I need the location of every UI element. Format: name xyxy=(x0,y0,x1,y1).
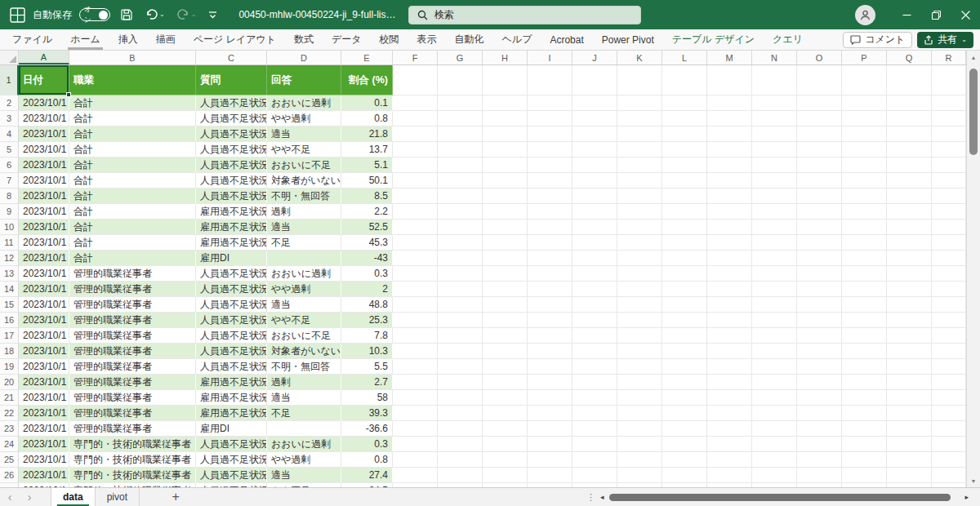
cell-D15[interactable]: 適当 xyxy=(267,297,341,313)
cell-E18[interactable]: 10.3 xyxy=(341,344,393,359)
cell-H[interactable] xyxy=(483,313,528,328)
cell-A11[interactable]: 2023/10/1 xyxy=(19,235,69,251)
cell-K[interactable] xyxy=(617,142,662,158)
column-header-F[interactable]: F xyxy=(393,51,438,64)
cell-G[interactable] xyxy=(438,421,483,437)
cell-P[interactable] xyxy=(842,483,887,487)
cell-O[interactable] xyxy=(797,235,842,251)
cell-D6[interactable]: おおいに不足 xyxy=(267,158,341,173)
cell-A17[interactable]: 2023/10/1 xyxy=(19,328,69,344)
cell-K[interactable] xyxy=(617,266,662,282)
cell-E17[interactable]: 7.8 xyxy=(341,328,393,344)
column-header-Q[interactable]: Q xyxy=(887,51,932,64)
cell-A13[interactable]: 2023/10/1 xyxy=(19,266,69,282)
cell-I[interactable] xyxy=(528,313,572,328)
cell-I[interactable] xyxy=(528,235,572,251)
cell-A23[interactable]: 2023/10/1 xyxy=(19,421,69,437)
account-avatar[interactable] xyxy=(855,5,875,25)
cell-C10[interactable]: 雇用過不足状況 xyxy=(196,220,267,235)
cell-C20[interactable]: 雇用過不足状況 xyxy=(196,375,267,390)
cell-G[interactable] xyxy=(438,406,483,421)
cell-N[interactable] xyxy=(752,297,797,313)
cell-L[interactable] xyxy=(662,375,707,390)
cell-H[interactable] xyxy=(483,282,528,297)
cell-O[interactable] xyxy=(797,158,842,173)
row-header-1[interactable]: 1 xyxy=(0,65,19,95)
cell-Q[interactable] xyxy=(887,282,932,297)
cell-P[interactable] xyxy=(842,375,887,390)
cell-L[interactable] xyxy=(662,142,707,158)
cell-N[interactable] xyxy=(752,375,797,390)
cell-P[interactable] xyxy=(842,297,887,313)
row-header-26[interactable]: 26 xyxy=(0,468,19,483)
cell-C3[interactable]: 人員過不足状況 xyxy=(196,111,267,126)
cell-Q[interactable] xyxy=(887,251,932,266)
cell-Q[interactable] xyxy=(887,468,932,483)
cell-R[interactable] xyxy=(932,421,966,437)
cell-N[interactable] xyxy=(752,406,797,421)
cell-B17[interactable]: 管理的職業従事者 xyxy=(69,328,196,344)
cell-I[interactable] xyxy=(528,483,572,487)
cell-G[interactable] xyxy=(438,220,483,235)
cell-B5[interactable]: 合計 xyxy=(69,142,196,158)
ribbon-tab-自動化[interactable]: 自動化 xyxy=(446,29,493,50)
cell-F[interactable] xyxy=(393,142,438,158)
cell-G[interactable] xyxy=(438,483,483,487)
fill-handle[interactable] xyxy=(66,92,71,97)
cell-P[interactable] xyxy=(842,142,887,158)
cell-O[interactable] xyxy=(797,328,842,344)
cell-E8[interactable]: 8.5 xyxy=(341,189,393,204)
cell-I[interactable] xyxy=(528,189,572,204)
cell-M[interactable] xyxy=(707,328,752,344)
cell-B15[interactable]: 管理的職業従事者 xyxy=(69,297,196,313)
cell-M[interactable] xyxy=(707,235,752,251)
cell-P[interactable] xyxy=(842,266,887,282)
cell-H[interactable] xyxy=(483,220,528,235)
restore-button[interactable] xyxy=(921,0,951,29)
cell-K[interactable] xyxy=(617,390,662,406)
cell-M[interactable] xyxy=(707,65,752,95)
cell-M[interactable] xyxy=(707,266,752,282)
cell-H[interactable] xyxy=(483,328,528,344)
cell-P[interactable] xyxy=(842,111,887,126)
column-header-E[interactable]: E xyxy=(341,51,393,64)
cell-O[interactable] xyxy=(797,204,842,220)
cell-P[interactable] xyxy=(842,126,887,142)
cell-J[interactable] xyxy=(572,344,617,359)
cell-E25[interactable]: 0.8 xyxy=(341,452,393,468)
cell-J[interactable] xyxy=(572,158,617,173)
column-header-O[interactable]: O xyxy=(797,51,842,64)
cell-C21[interactable]: 雇用過不足状況 xyxy=(196,390,267,406)
cell-L[interactable] xyxy=(662,359,707,375)
cell-N[interactable] xyxy=(752,158,797,173)
cell-I[interactable] xyxy=(528,297,572,313)
ribbon-tab-表示[interactable]: 表示 xyxy=(408,29,446,50)
row-header-22[interactable]: 22 xyxy=(0,406,19,421)
row-header-6[interactable]: 6 xyxy=(0,158,19,173)
cell-B12[interactable]: 合計 xyxy=(69,251,196,266)
cell-H[interactable] xyxy=(483,126,528,142)
cell-B16[interactable]: 管理的職業従事者 xyxy=(69,313,196,328)
cell-A21[interactable]: 2023/10/1 xyxy=(19,390,69,406)
cell-N[interactable] xyxy=(752,142,797,158)
cell-I[interactable] xyxy=(528,390,572,406)
cell-H[interactable] xyxy=(483,359,528,375)
cell-J[interactable] xyxy=(572,204,617,220)
cell-P[interactable] xyxy=(842,251,887,266)
cell-J[interactable] xyxy=(572,111,617,126)
cell-Q[interactable] xyxy=(887,452,932,468)
cell-O[interactable] xyxy=(797,266,842,282)
cell-O[interactable] xyxy=(797,421,842,437)
cell-A27[interactable]: 2023/10/1 xyxy=(19,483,69,487)
cell-H[interactable] xyxy=(483,452,528,468)
cell-N[interactable] xyxy=(752,359,797,375)
cell-P[interactable] xyxy=(842,189,887,204)
cell-R[interactable] xyxy=(932,359,966,375)
cell-L[interactable] xyxy=(662,483,707,487)
ribbon-tab-データ[interactable]: データ xyxy=(323,29,371,50)
cell-B7[interactable]: 合計 xyxy=(69,173,196,189)
cell-K[interactable] xyxy=(617,297,662,313)
add-sheet-button[interactable]: + xyxy=(167,490,184,504)
cell-F[interactable] xyxy=(393,344,438,359)
header-cell-D1[interactable]: 回答 xyxy=(267,65,341,95)
